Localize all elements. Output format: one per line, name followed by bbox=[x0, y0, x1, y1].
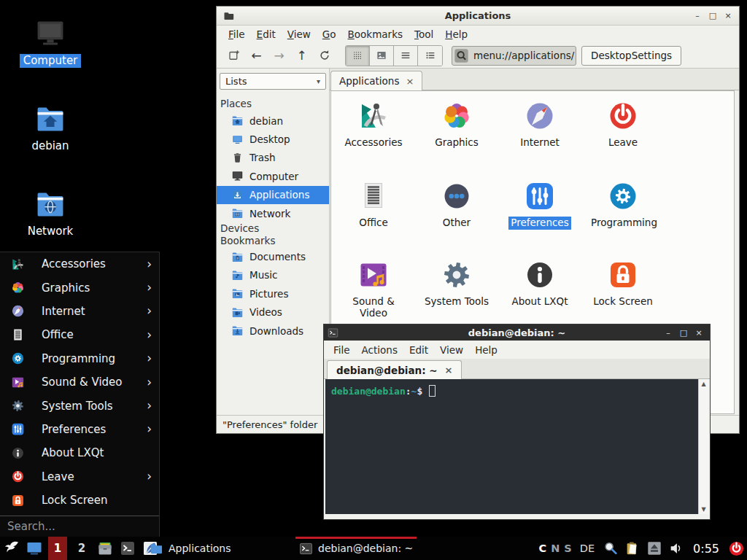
window-titlebar[interactable]: debian@debian: ~ – □ × bbox=[324, 324, 710, 341]
app-item-system-tools[interactable]: System Tools bbox=[415, 257, 498, 308]
detailed-view-button[interactable] bbox=[418, 46, 442, 66]
clock[interactable]: 0:55 bbox=[693, 542, 719, 556]
menu-item-internet[interactable]: Internet› bbox=[0, 300, 159, 323]
sidebar-item-trash[interactable]: Trash bbox=[217, 149, 329, 167]
menu-item-accessories[interactable]: Accessories› bbox=[0, 252, 159, 276]
sidebar-item-pictures[interactable]: Pictures bbox=[217, 284, 329, 303]
fm-menu-file[interactable]: File bbox=[222, 26, 251, 42]
sidebar-item-computer[interactable]: Computer bbox=[217, 167, 329, 185]
menu-item-lock-screen[interactable]: Lock Screen bbox=[0, 489, 159, 512]
scroll-down-icon[interactable]: ▼ bbox=[701, 506, 705, 513]
terminal-launcher[interactable] bbox=[119, 540, 136, 557]
volume-icon[interactable] bbox=[668, 540, 684, 556]
term-menu-actions[interactable]: Actions bbox=[356, 342, 403, 358]
leave-button[interactable] bbox=[728, 540, 745, 557]
window-titlebar[interactable]: Applications – □ × bbox=[217, 7, 739, 26]
clipboard-icon[interactable] bbox=[624, 540, 640, 556]
removable-media-icon[interactable] bbox=[646, 540, 662, 556]
close-button[interactable]: × bbox=[723, 12, 733, 20]
menu-item-sound-video[interactable]: Sound & Video› bbox=[0, 370, 159, 394]
screenshot-tool-icon[interactable] bbox=[603, 540, 619, 556]
sidebar-item-downloads[interactable]: Downloads bbox=[217, 322, 329, 340]
term-menu-help[interactable]: Help bbox=[469, 342, 503, 358]
forward-button[interactable]: → bbox=[268, 45, 290, 66]
sidebar-item-desktop[interactable]: Desktop bbox=[217, 130, 329, 148]
term-menu-file[interactable]: File bbox=[328, 342, 356, 358]
maximize-button[interactable]: □ bbox=[708, 12, 718, 20]
file-manager-launcher[interactable] bbox=[96, 540, 114, 557]
thumbnail-view-button[interactable] bbox=[370, 46, 394, 66]
fm-menu-edit[interactable]: Edit bbox=[251, 26, 282, 42]
task-applications[interactable]: Applications bbox=[146, 537, 235, 560]
menu-item-label: Programming bbox=[42, 352, 115, 365]
app-item-accessories[interactable]: Accessories bbox=[332, 98, 415, 149]
sidebar-item-documents[interactable]: Documents bbox=[217, 247, 329, 265]
app-menu-search-input[interactable]: Search... bbox=[0, 516, 159, 537]
menu-item-preferences[interactable]: Preferences› bbox=[0, 418, 159, 441]
tab-close-icon[interactable]: × bbox=[406, 76, 414, 87]
folder-downloads-icon bbox=[231, 324, 244, 337]
app-item-preferences[interactable]: Preferences bbox=[498, 179, 581, 230]
sidebar-item-music[interactable]: Music bbox=[217, 266, 329, 284]
menu-item-graphics[interactable]: Graphics› bbox=[0, 276, 159, 299]
close-button[interactable]: × bbox=[694, 329, 704, 337]
tab-terminal[interactable]: debian@debian: ~ × bbox=[327, 360, 462, 379]
tab-close-icon[interactable]: × bbox=[445, 365, 453, 376]
app-item-lock-screen[interactable]: Lock Screen bbox=[581, 257, 665, 308]
sidebar-item-applications[interactable]: Applications bbox=[217, 186, 329, 204]
desktop-settings-button[interactable]: DesktopSettings bbox=[581, 46, 681, 66]
desktop-icon-computer[interactable]: Computer bbox=[14, 18, 87, 68]
compact-view-button[interactable] bbox=[394, 46, 418, 66]
icon-view-button[interactable] bbox=[346, 46, 370, 66]
scrollbar[interactable]: ▲ ▼ bbox=[698, 379, 708, 514]
fm-menu-help[interactable]: Help bbox=[439, 26, 473, 42]
sidebar-mode-select[interactable]: Lists ▾ bbox=[220, 73, 326, 90]
workspace-1[interactable]: 1 bbox=[48, 537, 67, 560]
minimize-button[interactable]: – bbox=[663, 329, 673, 337]
sidebar-item-network[interactable]: Network bbox=[217, 204, 329, 222]
terminal-text: debian@debian:~$ bbox=[325, 379, 698, 514]
menu-item-office[interactable]: Office› bbox=[0, 323, 159, 346]
keyboard-layout[interactable]: DE bbox=[580, 542, 595, 554]
reload-button[interactable] bbox=[313, 45, 336, 66]
desktop-icon-debian[interactable]: debian bbox=[14, 103, 87, 153]
folder-music-icon bbox=[231, 269, 244, 281]
task-debian-debian[interactable]: debian@debian: ~ bbox=[295, 537, 417, 560]
app-item-programming[interactable]: Programming bbox=[581, 179, 665, 230]
app-item-about-lxqt[interactable]: About LXQt bbox=[498, 257, 581, 308]
app-item-sound-video[interactable]: Sound & Video bbox=[332, 257, 415, 319]
minimize-button[interactable]: – bbox=[692, 12, 703, 20]
back-button[interactable]: ← bbox=[245, 45, 268, 66]
app-item-other[interactable]: Other bbox=[415, 179, 498, 230]
menu-item-programming[interactable]: Programming› bbox=[0, 347, 159, 370]
show-desktop-button[interactable] bbox=[26, 540, 43, 557]
up-button[interactable]: ↑ bbox=[290, 45, 313, 66]
term-menu-view[interactable]: View bbox=[434, 342, 469, 358]
fm-menu-view[interactable]: View bbox=[282, 26, 317, 42]
fm-menu-bookmarks[interactable]: Bookmarks bbox=[342, 26, 409, 42]
menu-item-system-tools[interactable]: System Tools› bbox=[0, 394, 159, 417]
app-item-leave[interactable]: Leave bbox=[581, 98, 665, 149]
sidebar-item-label: Applications bbox=[249, 189, 309, 201]
menu-item-label: Graphics bbox=[42, 281, 90, 295]
menu-item-leave[interactable]: Leave› bbox=[0, 465, 159, 489]
menu-item-about-lxqt[interactable]: About LXQt bbox=[0, 441, 159, 464]
start-menu-button[interactable] bbox=[3, 540, 20, 557]
new-tab-button[interactable] bbox=[222, 45, 245, 66]
address-bar[interactable]: menu://applications/ bbox=[452, 46, 576, 66]
term-menu-edit[interactable]: Edit bbox=[403, 342, 434, 358]
sidebar-item-videos[interactable]: Videos bbox=[217, 303, 329, 322]
desktop-icon-network[interactable]: Network bbox=[14, 188, 87, 238]
scroll-up-icon[interactable]: ▲ bbox=[701, 381, 705, 387]
fm-menu-go[interactable]: Go bbox=[317, 26, 342, 42]
maximize-button[interactable]: □ bbox=[678, 329, 689, 337]
menu-item-label: System Tools bbox=[42, 400, 113, 413]
app-item-internet[interactable]: Internet bbox=[498, 98, 581, 149]
workspace-2[interactable]: 2 bbox=[72, 537, 91, 560]
app-item-office[interactable]: Office bbox=[332, 179, 415, 230]
tab-applications[interactable]: Applications × bbox=[330, 71, 422, 90]
sidebar-item-debian[interactable]: debian bbox=[217, 112, 329, 130]
terminal-view[interactable]: debian@debian:~$ ▲ ▼ bbox=[325, 379, 708, 514]
app-item-graphics[interactable]: Graphics bbox=[415, 98, 498, 149]
fm-menu-tool[interactable]: Tool bbox=[409, 26, 439, 42]
